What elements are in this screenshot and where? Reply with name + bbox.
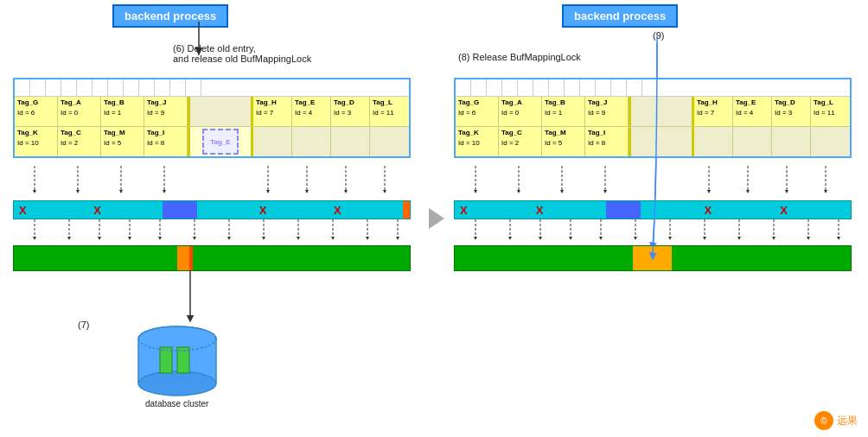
step9-text: (9) [653,30,664,41]
center-arrow [424,0,450,437]
logo-area: © 远果 [814,411,858,430]
right-buffer-pool [454,245,852,271]
left-buffer-pool [13,245,411,271]
right-hash-table: Tag_G Id = 6 Tag_A Id = 0 Tag_B Id = 1 T… [454,78,852,158]
logo-text: 远果 [837,414,858,428]
step7-text: (7) [78,320,89,330]
right-buffer-bar: X X X X [454,200,852,219]
left-buffer-bar: X X X X [13,200,411,219]
right-backend-box: backend process [562,4,678,28]
left-hash-table: Tag_G Id = 6 Tag_A Id = 0 Tag_B Id = 1 T… [13,78,411,158]
left-panel: backend process (6) Delete old entry, an… [0,0,424,437]
database-cylinder [134,320,220,397]
db-label: database cluster [145,399,208,408]
main-container: backend process (6) Delete old entry, an… [0,0,868,437]
step6-text: (6) Delete old entry, and release old Bu… [173,43,311,64]
svg-point-28 [138,371,216,396]
right-panel: backend process (9) (8) Release BufMappi… [450,0,868,437]
step8-text: (8) Release BufMappingLock [458,52,581,62]
left-backend-box: backend process [112,4,228,28]
right-arrow-icon [429,208,444,229]
